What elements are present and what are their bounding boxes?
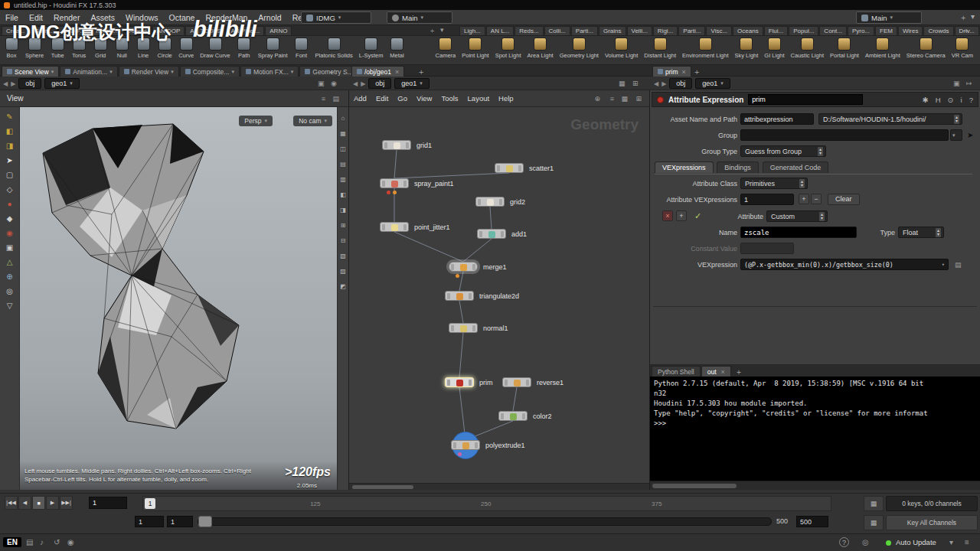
back-icon[interactable]: ◀: [654, 80, 658, 87]
pin-icon[interactable]: ▣: [953, 80, 960, 87]
search-icon[interactable]: ⊙: [948, 96, 954, 104]
shelf-tab[interactable]: Parti...: [678, 26, 705, 35]
tab-vexpressions[interactable]: VEXpressions: [655, 161, 714, 173]
current-frame-field[interactable]: [89, 497, 127, 509]
network-pane-tab[interactable]: /obj/geo1 ×: [351, 66, 404, 77]
pen-icon[interactable]: ✎: [6, 113, 12, 121]
back-icon[interactable]: ◀: [3, 80, 8, 87]
range-slider[interactable]: [198, 517, 772, 526]
keyboard-icon[interactable]: ▤: [26, 538, 33, 546]
undo-history-icon[interactable]: ↺: [54, 538, 60, 546]
node-bypass-flag[interactable]: [382, 224, 385, 230]
node-display-flag[interactable]: [472, 325, 475, 331]
network-hscrollbar[interactable]: [349, 483, 649, 490]
range-end-field[interactable]: [796, 516, 828, 527]
forward-icon[interactable]: ▶: [361, 80, 365, 87]
range-slider-handle[interactable]: [198, 516, 212, 527]
node-bypass-flag[interactable]: [451, 264, 454, 270]
close-icon[interactable]: ×: [682, 68, 686, 76]
group-type-dropdown[interactable]: Guess from Group ▴▾: [740, 145, 826, 157]
camera-selector[interactable]: No cam ▾: [293, 116, 332, 126]
frame-all-icon[interactable]: ▦: [340, 130, 346, 138]
close-icon[interactable]: ×: [721, 368, 725, 376]
node-add1[interactable]: add1: [477, 229, 506, 239]
node-bypass-flag[interactable]: [382, 181, 385, 187]
network-menu-item[interactable]: Add: [349, 94, 371, 103]
pane-tab[interactable]: Render View ▾: [119, 66, 179, 77]
node-bypass-flag[interactable]: [478, 199, 481, 205]
home-view-icon[interactable]: ⌂: [341, 115, 345, 122]
node-bypass-flag[interactable]: [505, 380, 508, 386]
key-all-channels-button[interactable]: Key All Channels: [886, 515, 978, 530]
stop-button[interactable]: ■: [32, 496, 45, 510]
out-tab[interactable]: out ×: [701, 366, 731, 377]
add-pane-tab-icon[interactable]: ＋: [693, 67, 701, 77]
node-triangulate2d[interactable]: triangulate2d: [445, 291, 474, 301]
delete-item-button[interactable]: ×: [662, 210, 673, 221]
shell-hscrollbar[interactable]: [650, 481, 980, 490]
vexpression-field[interactable]: (@P.x-getbbox_min(0).x)/getbbox_size(0) …: [740, 259, 949, 270]
pin-icon[interactable]: ▣: [318, 80, 325, 87]
scene-selector[interactable]: Main ▾: [387, 11, 452, 24]
snapshot-icon[interactable]: ◉: [331, 80, 337, 87]
target-icon[interactable]: ◎: [6, 288, 13, 295]
shelf-tab[interactable]: Popul...: [789, 26, 818, 35]
breadcrumb-geo1[interactable]: geo1▾: [44, 78, 80, 89]
asset-name-field[interactable]: attribexpression: [740, 113, 814, 125]
network-menu-item[interactable]: Go: [393, 94, 412, 103]
layout-quad-icon[interactable]: ▥: [340, 176, 346, 184]
node-bypass-flag[interactable]: [447, 293, 450, 299]
shelf-tool[interactable]: Geometry Light: [557, 37, 601, 60]
shelf-tool[interactable]: Distant Light: [642, 37, 678, 60]
shelf-tab[interactable]: Rigi...: [653, 26, 678, 35]
add-vexpression-button[interactable]: +: [799, 194, 809, 204]
info-icon[interactable]: i: [961, 96, 962, 104]
flatten-icon[interactable]: ▽: [7, 302, 13, 310]
clear-button[interactable]: Clear: [828, 194, 860, 205]
shelf-tool[interactable]: VR Cam: [949, 37, 975, 60]
node-prim[interactable]: prim: [445, 377, 474, 387]
keyframe-options-icon[interactable]: ▦: [864, 515, 884, 530]
insert-item-button[interactable]: +: [676, 210, 687, 221]
spinner-icon[interactable]: ▴▾: [954, 115, 959, 124]
box-select-icon[interactable]: ▢: [6, 171, 13, 179]
shelf-tool[interactable]: Font: [292, 37, 312, 60]
node-bypass-flag[interactable]: [497, 165, 500, 171]
breadcrumb-geo1[interactable]: geo1▾: [394, 78, 430, 89]
shelf-tab[interactable]: FEM: [875, 26, 897, 35]
add-icon[interactable]: ＋: [959, 12, 967, 23]
new-view-icon[interactable]: ⊞: [632, 80, 639, 87]
forward-icon[interactable]: ▶: [11, 80, 15, 87]
network-menu-item[interactable]: Help: [494, 94, 518, 103]
shelf-tab[interactable]: AN L...: [486, 26, 514, 35]
shelf-tab[interactable]: Visc...: [706, 26, 732, 35]
timeline-ruler[interactable]: 1252503751: [142, 496, 831, 511]
range-start-field[interactable]: [135, 516, 164, 527]
playhead-marker[interactable]: 1: [145, 498, 155, 509]
breadcrumb-obj[interactable]: obj: [669, 78, 692, 89]
layout-icon[interactable]: ▤: [332, 95, 339, 103]
node-display-flag[interactable]: [501, 231, 504, 237]
input-language-badge[interactable]: EN: [3, 537, 21, 547]
shelf-tool[interactable]: Spray Paint: [256, 37, 290, 60]
audio-icon[interactable]: ♪: [40, 538, 44, 546]
node-display-flag[interactable]: [403, 224, 407, 230]
list-icon[interactable]: ≡: [322, 95, 325, 103]
list-icon[interactable]: ≡: [610, 95, 614, 103]
split-view-icon[interactable]: ◫: [340, 145, 346, 153]
shelf-tool[interactable]: Area Light: [524, 37, 555, 60]
ortho-icon[interactable]: ⊟: [341, 237, 346, 245]
go-to-start-button[interactable]: |◀◀: [5, 496, 18, 510]
attribute-dropdown[interactable]: Custom ▴▾: [766, 210, 828, 222]
shelf-tab[interactable]: Oceans: [733, 26, 763, 35]
node-scatter1[interactable]: scatter1: [495, 163, 524, 173]
node-normal1[interactable]: normal1: [449, 323, 478, 333]
auto-update-selector[interactable]: Auto Update: [896, 538, 936, 546]
shelf-tool[interactable]: Metal: [387, 37, 407, 60]
breadcrumb-obj[interactable]: obj: [368, 78, 391, 89]
falloff-icon[interactable]: △: [7, 259, 13, 266]
shelf-tab[interactable]: Crowds: [923, 26, 953, 35]
keyframe-options-icon[interactable]: ▦: [864, 496, 884, 511]
add-pane-tab-icon[interactable]: ＋: [417, 67, 425, 77]
params-pane-tab[interactable]: prim ×: [652, 66, 691, 77]
